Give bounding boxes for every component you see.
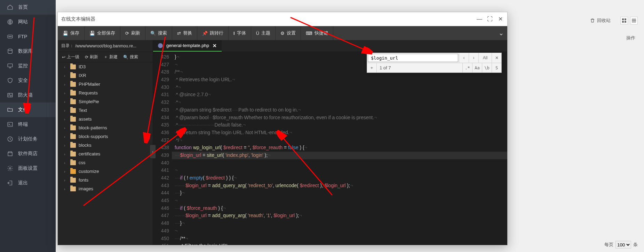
sidebar-item-shield[interactable]: 安全	[0, 73, 56, 88]
sidebar-item-clock[interactable]: 计划任务	[0, 132, 56, 146]
sidebar-item-store[interactable]: 软件商店	[0, 146, 56, 161]
sidebar-item-db[interactable]: 数据库	[0, 44, 56, 59]
editor-title: 在线文本编辑器	[61, 16, 95, 22]
view-list-icon[interactable]	[630, 17, 638, 24]
folder-item[interactable]: ›IXR	[58, 71, 153, 80]
folder-item[interactable]: ›Text	[58, 106, 153, 115]
selection-toggle[interactable]: S	[492, 63, 501, 72]
chevron-right-icon: ›	[64, 187, 67, 191]
shield-icon	[7, 77, 13, 84]
regex-toggle[interactable]: .*	[462, 63, 472, 72]
firewall-icon	[7, 92, 13, 98]
folder-item[interactable]: ›blocks	[58, 141, 153, 150]
folder-icon	[70, 99, 76, 104]
left-sidebar: 首页网站FTP数据库监控安全防火墙文件终端计划任务软件商店面板设置退出	[0, 0, 56, 252]
code-content[interactable]: }¬ ¬ /**¬ ·*·Retrieves·the·login·URL.¬ ·…	[172, 52, 507, 245]
folder-item[interactable]: ›certificates	[58, 150, 153, 158]
svg-point-2	[9, 36, 9, 37]
maximize-icon[interactable]: ⛶	[486, 16, 493, 23]
sidebar-label: 监控	[18, 63, 28, 69]
svg-point-4	[11, 36, 11, 37]
ft-refresh-button[interactable]: ⟳ 刷新	[83, 53, 100, 61]
word-toggle[interactable]: \b	[482, 63, 492, 72]
sidebar-item-exit[interactable]: 退出	[0, 176, 56, 190]
minimize-icon[interactable]: —	[476, 16, 483, 23]
find-panel: ‹ › All ✕ + 1 of 7 .* Aa \b S	[367, 53, 502, 73]
recycle-bin-button[interactable]: 回收站	[590, 17, 611, 24]
find-all-button[interactable]: All	[478, 53, 492, 63]
sidebar-label: 文件	[18, 107, 28, 113]
sidebar-label: 数据库	[18, 48, 33, 54]
sidebar-item-globe[interactable]: 网站	[0, 15, 56, 29]
font-button[interactable]: I字体	[229, 26, 251, 40]
up-level-button[interactable]: ↩ 上一级	[60, 53, 81, 61]
folder-item[interactable]: ›block-patterns	[58, 123, 153, 132]
settings-button[interactable]: ⚙设置	[276, 26, 301, 40]
theme-button[interactable]: Ü主题	[251, 26, 276, 40]
folder-icon	[70, 152, 76, 156]
chevron-right-icon: ›	[64, 178, 67, 182]
search-button[interactable]: 🔍搜索	[145, 26, 172, 40]
tree-collapse-handle[interactable]: ‹	[150, 145, 156, 159]
find-expand-icon[interactable]: +	[367, 63, 377, 72]
ft-search-button[interactable]: 🔍 搜索	[121, 53, 140, 61]
svg-rect-15	[625, 21, 626, 23]
folder-item[interactable]: ›Requests	[58, 89, 153, 97]
folder-icon	[70, 134, 76, 139]
folder-item[interactable]: ›css	[58, 158, 153, 167]
folder-name: IXR	[79, 73, 86, 78]
find-prev-icon[interactable]: ‹	[459, 53, 469, 63]
sidebar-label: FTP	[18, 34, 27, 39]
svg-point-5	[8, 49, 12, 51]
save-all-button[interactable]: 💾全部保存	[85, 26, 120, 40]
chevron-right-icon: ›	[64, 169, 67, 174]
chevron-right-icon: ›	[64, 161, 67, 165]
sidebar-item-gear[interactable]: 面板设置	[0, 161, 56, 176]
shortcuts-button[interactable]: ⌨快捷键	[301, 26, 333, 40]
folder-name: assets	[79, 116, 92, 122]
ft-new-button[interactable]: ＋ 新建	[102, 53, 120, 61]
sidebar-label: 防火墙	[18, 92, 33, 98]
folder-name: customize	[79, 169, 99, 174]
per-page-select[interactable]: 100	[615, 241, 631, 249]
svg-rect-14	[622, 21, 624, 23]
tab-close-icon[interactable]: ✕	[213, 43, 217, 48]
folder-item[interactable]: ›fonts	[58, 176, 153, 184]
save-button[interactable]: 💾保存	[58, 26, 85, 40]
sidebar-item-folder[interactable]: 文件	[0, 102, 56, 117]
find-close-icon[interactable]: ✕	[492, 53, 501, 63]
sidebar-item-monitor[interactable]: 监控	[0, 59, 56, 73]
folder-item[interactable]: ›assets	[58, 115, 153, 123]
folder-item[interactable]: ›SimplePie	[58, 97, 153, 106]
folder-icon	[70, 125, 76, 130]
find-next-icon[interactable]: ›	[469, 53, 478, 63]
folder-name: block-supports	[79, 134, 108, 139]
search-input[interactable]	[368, 54, 458, 62]
folder-item[interactable]: ›images	[58, 184, 153, 193]
replace-button[interactable]: ⇄替换	[172, 26, 197, 40]
sidebar-item-terminal[interactable]: 终端	[0, 117, 56, 132]
svg-rect-12	[622, 18, 624, 20]
refresh-button[interactable]: ⟳刷新	[120, 26, 145, 40]
folder-item[interactable]: ›ID3	[58, 62, 153, 71]
store-icon	[7, 151, 13, 157]
editor-title-bar: 在线文本编辑器 — ⛶ ✕	[58, 12, 507, 26]
folder-name: PHPMailer	[79, 82, 100, 87]
folder-icon	[70, 117, 76, 122]
sidebar-item-home[interactable]: 首页	[0, 0, 56, 15]
close-icon[interactable]: ✕	[497, 16, 504, 23]
sidebar-item-ftp[interactable]: FTP	[0, 29, 56, 44]
folder-item[interactable]: ›customize	[58, 167, 153, 176]
goto-button[interactable]: 📌跳转行	[197, 26, 229, 40]
case-toggle[interactable]: Aa	[472, 63, 482, 72]
view-grid-icon[interactable]	[620, 17, 628, 24]
toolbar-collapse-icon[interactable]: ⌄	[499, 26, 504, 40]
sidebar-item-firewall[interactable]: 防火墙	[0, 88, 56, 102]
sidebar-label: 安全	[18, 77, 28, 84]
folder-name: css	[79, 160, 86, 165]
folder-item[interactable]: ›PHPMailer	[58, 80, 153, 89]
editor-toolbar: 💾保存 💾全部保存 ⟳刷新 🔍搜索 ⇄替换 📌跳转行 I字体 Ü主题 ⚙设置 ⌨…	[58, 26, 507, 40]
svg-rect-8	[8, 122, 13, 127]
folder-item[interactable]: ›block-supports	[58, 132, 153, 141]
file-tab[interactable]: general-template.php ✕	[153, 40, 222, 52]
